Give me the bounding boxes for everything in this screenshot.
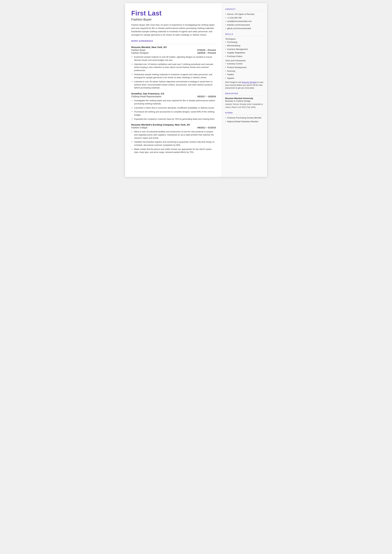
tool-3: Textiles (225, 73, 264, 76)
company-2: Growthsi, San Francisco, CA (131, 92, 216, 95)
job-bullets-3: Went to over 20 industrial facilities an… (131, 130, 216, 154)
other-label: OTHER (225, 112, 264, 114)
resume-container: First Last Fashion Buyer Fashion Buyer w… (125, 3, 267, 177)
tool-4: Apparel (225, 77, 264, 80)
skills-section: SKILLS Techniques: Purchasing Merchandis… (225, 33, 264, 90)
bullet-2-2: Canceled 3 orders due to consumer demand… (131, 106, 216, 109)
contact-list: Denver, OH (Open to Remote) +1-234-456-7… (225, 13, 264, 30)
role-row-2a: Clothing Retail Representative 05/2017 –… (131, 95, 216, 98)
role-title-3a: Fashion Critique (131, 126, 148, 129)
other-divider (225, 115, 264, 115)
role-title-1b: Fashion Designer (131, 52, 149, 54)
contact-label: CONTACT (225, 8, 264, 10)
edu-degree: Bachelor in Fashion Design (225, 100, 264, 102)
contact-item-0: Denver, OH (Open to Remote) (225, 13, 264, 16)
tool-2: Sourcing (225, 70, 264, 73)
bullet-2-3: Purchased old clothing and accessories t… (131, 110, 216, 116)
promo-prefix: Don't forget to use (225, 81, 242, 83)
technique-3: Supplier Negotiation (225, 51, 264, 54)
role-dates-1a: 07/2019 – Present (197, 49, 216, 51)
technique-4: Purchase Orders (225, 55, 264, 58)
bullet-1-1: Examined sample material on and off mode… (131, 56, 216, 62)
full-name: First Last (131, 9, 216, 17)
job-block-1: Resume Worded, New York, NY Fashion Buye… (131, 46, 216, 89)
bullet-2-1: Investigated the clothing styles and era… (131, 99, 216, 105)
bullet-3-1: Went to over 20 industrial facilities an… (131, 130, 216, 140)
role-dates-3a: 08/2012 – 01/2015 (197, 126, 216, 129)
job-block-2: Growthsi, San Francisco, CA Clothing Ret… (131, 92, 216, 120)
bullet-1-4: Listened to over 30 clients' fashion obj… (131, 80, 216, 89)
job-bullets-2: Investigated the clothing styles and era… (131, 99, 216, 120)
contact-item-2: email@resumeworded.com (225, 20, 264, 23)
role-title-1a: Fashion Buyer (131, 49, 146, 51)
contact-item-3: linkedin.com/in/username (225, 23, 264, 27)
tool-1: Product Development (225, 66, 264, 69)
bullet-1-3: Distributed sample clothing materials to… (131, 73, 216, 79)
other-item-1: National Retail Federation Member (225, 120, 264, 123)
bullet-2-4: Expanded the company's customer base by … (131, 118, 216, 121)
role-row-3a: Fashion Critique 08/2012 – 01/2015 (131, 126, 216, 129)
contact-section: CONTACT Denver, OH (Open to Remote) +1-2… (225, 8, 264, 30)
right-column: CONTACT Denver, OH (Open to Remote) +1-2… (222, 3, 267, 177)
promo-link[interactable]: Resume Worded (242, 81, 256, 83)
edu-awards: Awards: Honors Society (only 5 awarded t… (225, 103, 264, 108)
company-3: Resume Worded's Exciting Company, New Yo… (131, 123, 216, 126)
role-dates-1b: 10/2018 – Present (197, 52, 216, 54)
role-row-1b: Fashion Designer 10/2018 – Present (131, 52, 216, 54)
tools-heading: Tools and Frameworks: (225, 59, 264, 62)
tool-0: Inventory Control (225, 62, 264, 65)
contact-item-1: +1-234-456-789 (225, 16, 264, 19)
job-title-main: Fashion Buyer (131, 18, 216, 21)
education-label: EDUCATION (225, 92, 264, 94)
summary-text: Fashion Buyer with more than 10 years of… (131, 23, 216, 36)
left-column: First Last Fashion Buyer Fashion Buyer w… (125, 3, 222, 177)
job-block-3: Resume Worded's Exciting Company, New Yo… (131, 123, 216, 154)
work-experience-label: WORK EXPERIENCE (131, 40, 216, 43)
other-section: OTHER American Purchasing Society Member… (225, 112, 264, 123)
job-bullets-1: Examined sample material on and off mode… (131, 56, 216, 89)
bullet-3-3: Made certain that the pieces and outfits… (131, 148, 216, 154)
techniques-list: Purchasing Merchandising Inventory Manag… (225, 41, 264, 58)
techniques-heading: Techniques: (225, 38, 264, 40)
role-dates-2a: 05/2017 – 10/2019 (197, 95, 216, 98)
tools-list: Inventory Control Product Development So… (225, 62, 264, 80)
technique-2: Inventory Management (225, 48, 264, 51)
education-section: EDUCATION Resume Worded University Bache… (225, 92, 264, 108)
header-block: First Last Fashion Buyer (131, 9, 216, 21)
bullet-3-2: Handled merchandise logistics and monito… (131, 140, 216, 147)
promo-text: Don't forget to use Resume Worded to sca… (225, 81, 264, 89)
company-1: Resume Worded, New York, NY (131, 46, 216, 49)
education-divider (225, 95, 264, 96)
bullet-1-2: Attended over 10 fashion exhibitions and… (131, 63, 216, 72)
skills-label: SKILLS (225, 33, 264, 35)
technique-0: Purchasing (225, 41, 264, 44)
contact-item-4: github.com/resumeworded (225, 27, 264, 30)
edu-institution: Resume Worded University (225, 97, 264, 99)
role-row-1a: Fashion Buyer 07/2019 – Present (131, 49, 216, 51)
role-title-2a: Clothing Retail Representative (131, 95, 161, 98)
technique-1: Merchandising (225, 44, 264, 47)
other-item-0: American Purchasing Society Member (225, 116, 264, 119)
skills-divider (225, 36, 264, 36)
